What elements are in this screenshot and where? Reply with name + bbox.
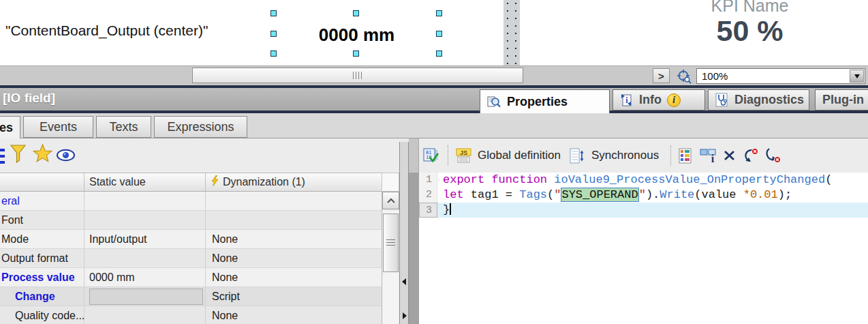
global-definition-label[interactable]: Global definition: [478, 149, 561, 162]
table-row[interactable]: eral: [0, 192, 382, 211]
filter-icon[interactable]: [10, 145, 26, 166]
scroll-up-button[interactable]: [382, 192, 399, 209]
table-row[interactable]: Quality code...None: [0, 306, 382, 324]
selection-handle[interactable]: [270, 10, 277, 16]
pane-splitter[interactable]: [399, 142, 409, 324]
static-value-cell[interactable]: [84, 249, 206, 267]
subtab-texts[interactable]: Texts: [96, 116, 151, 138]
static-value-cell[interactable]: [84, 287, 206, 306]
kpi-name-label: KPI Name: [694, 0, 806, 16]
subtab-label: Events: [40, 120, 77, 134]
property-name-cell[interactable]: Font: [0, 211, 84, 229]
subtab-events[interactable]: Events: [23, 116, 93, 138]
js-icon[interactable]: JS: [456, 148, 471, 164]
tab-info[interactable]: i Info i: [613, 89, 705, 111]
static-value-cell[interactable]: 0000 mm: [84, 268, 206, 286]
dynamization-cell[interactable]: [206, 192, 382, 210]
property-name-cell[interactable]: Process value: [0, 268, 84, 286]
table-row[interactable]: ChangeScript: [0, 287, 382, 306]
dynamization-cell[interactable]: Script: [206, 287, 382, 306]
header-dynamization[interactable]: Dynamization (1): [206, 173, 382, 191]
lightning-icon: [211, 175, 219, 190]
subtab-properties[interactable]: es: [0, 116, 20, 138]
insert-info-icon[interactable]: i: [700, 148, 717, 164]
tab-properties[interactable]: Properties: [480, 89, 610, 113]
property-name-cell[interactable]: Output format: [0, 249, 84, 267]
tab-label: Properties: [507, 95, 568, 109]
code-line[interactable]: 3}: [419, 203, 868, 218]
selection-handle[interactable]: [270, 31, 277, 37]
scrollbar-thumb[interactable]: [383, 213, 399, 272]
scrollbar-thumb[interactable]: [192, 68, 523, 83]
list-view-icon[interactable]: [0, 149, 5, 164]
property-name-cell[interactable]: Quality code...: [0, 306, 84, 324]
zoom-level-value: 100%: [702, 70, 728, 82]
dynamization-cell[interactable]: None: [206, 306, 382, 324]
star-icon[interactable]: [33, 144, 52, 166]
code-text[interactable]: let tag1 = Tags("SYS_OPERAND").Write(val…: [437, 188, 868, 203]
zoom-dropdown-button[interactable]: [850, 70, 864, 83]
dynamization-cell[interactable]: None: [206, 230, 382, 248]
code-text[interactable]: export function ioValue9_ProcessValue_On…: [437, 173, 868, 188]
table-header-row: Static value Dynamization (1): [0, 173, 382, 192]
redo-error-icon[interactable]: [764, 147, 781, 164]
property-name-cell[interactable]: Change: [0, 287, 84, 306]
tab-label: Info: [639, 93, 662, 107]
screen-editor-canvas[interactable]: "ContentBoard_Output (center)" 0000 mm K…: [0, 0, 868, 65]
selection-handle[interactable]: [436, 50, 442, 57]
code-line[interactable]: 2let tag1 = Tags("SYS_OPERAND").Write(va…: [419, 188, 868, 203]
undo-error-icon[interactable]: [741, 147, 759, 164]
eye-icon[interactable]: [57, 149, 75, 164]
static-value-cell[interactable]: [84, 306, 206, 324]
static-value-cell[interactable]: [84, 211, 206, 229]
zoom-level-combobox[interactable]: 100%: [696, 68, 865, 84]
dynamization-cell[interactable]: [206, 211, 382, 229]
tab-label: Plug-in: [822, 93, 864, 107]
io-check-icon[interactable]: 0110: [423, 147, 440, 164]
tab-plugin[interactable]: Plug-in: [815, 89, 868, 111]
property-name-cell[interactable]: eral: [0, 192, 84, 210]
static-value-box[interactable]: [89, 289, 203, 305]
zoom-fit-icon[interactable]: [675, 68, 693, 85]
selection-handle[interactable]: [436, 31, 442, 37]
snippets-icon[interactable]: [679, 148, 695, 164]
code-line[interactable]: 1export function ioValue9_ProcessValue_O…: [419, 173, 868, 188]
table-vertical-scrollbar[interactable]: [382, 192, 399, 324]
expand-pane-button[interactable]: >: [653, 68, 670, 83]
collapse-right-icon[interactable]: [403, 312, 407, 319]
code-area[interactable]: 1export function ioValue9_ProcessValue_O…: [419, 173, 868, 324]
toolbar-separator: [448, 145, 448, 166]
header-static-value[interactable]: Static value: [84, 173, 206, 191]
static-value-cell[interactable]: Input/output: [84, 230, 206, 248]
property-name-cell[interactable]: Mode: [0, 230, 84, 248]
selection-handle[interactable]: [353, 50, 359, 57]
line-number: 1: [419, 173, 437, 188]
subtab-expressions[interactable]: Expressions: [154, 116, 247, 138]
dynamization-cell[interactable]: None: [206, 268, 382, 286]
table-row[interactable]: Process value0000 mmNone: [0, 268, 382, 287]
chevron-up-icon: [386, 197, 397, 205]
delete-icon[interactable]: [722, 149, 737, 162]
io-field-widget[interactable]: 0000 mm: [274, 25, 439, 46]
dynamization-cell[interactable]: None: [206, 249, 382, 267]
header-name[interactable]: [0, 173, 84, 191]
collapse-left-icon[interactable]: [402, 278, 406, 285]
table-row[interactable]: Font: [0, 211, 382, 230]
line-number: 3: [419, 203, 437, 218]
selection-handle[interactable]: [436, 10, 442, 16]
scrollbar-corner: [382, 173, 399, 192]
table-row[interactable]: Output formatNone: [0, 249, 382, 268]
subtab-label: es: [0, 121, 13, 135]
synchronous-icon[interactable]: [570, 148, 585, 164]
static-value-cell[interactable]: [84, 192, 206, 210]
content-board-label[interactable]: "ContentBoard_Output (center)": [5, 23, 208, 39]
subtab-label: Expressions: [167, 120, 234, 134]
code-text[interactable]: }: [437, 203, 868, 218]
horizontal-scrollbar[interactable]: > 100%: [0, 65, 868, 85]
synchronous-label[interactable]: Synchronous: [591, 149, 659, 162]
scrollbar-grip-icon: [386, 239, 395, 247]
selection-handle[interactable]: [270, 50, 277, 57]
tab-diagnostics[interactable]: Diagnostics: [708, 89, 809, 111]
selection-handle[interactable]: [353, 10, 359, 16]
table-row[interactable]: ModeInput/outputNone: [0, 230, 382, 249]
